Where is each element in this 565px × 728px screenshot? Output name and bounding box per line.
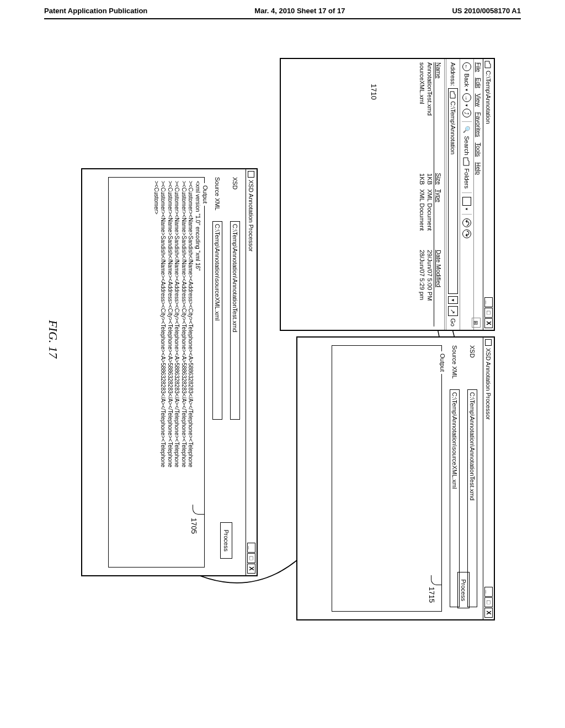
window-buttons: _ □ X — [484, 297, 493, 328]
address-label: Address: — [450, 62, 456, 86]
xsd-label: XSD — [469, 345, 476, 389]
header-rule — [44, 18, 521, 19]
maximize-button[interactable]: □ — [247, 553, 255, 563]
source-xml-value: C:\Temp\Annotation\sourceXML.xml — [451, 392, 458, 489]
address-value: C:\Temp\Annotation — [450, 101, 456, 154]
ref-1710: 1710 — [370, 84, 378, 100]
file-type: XML Document — [427, 189, 433, 250]
search-icon[interactable]: 🔍 — [463, 126, 471, 133]
output-label: Output — [202, 183, 209, 206]
explorer-title: C:\Temp\Annotation — [486, 71, 492, 297]
file-date: 29/Jun/07 5:00 PM — [427, 250, 433, 322]
file-name: AnnotationTest.xmd — [427, 62, 433, 162]
output-box: Output <xml version "1.0" encoding "xml … — [108, 177, 205, 568]
toolbar-separator-2 — [462, 192, 472, 193]
process-button[interactable]: Process — [220, 522, 232, 559]
header-left: Patent Application Publication — [44, 7, 147, 15]
address-bar: Address: C:\Temp\Annotation ▾ ↗ Go — [446, 59, 460, 330]
history-fwd-icon[interactable]: ↷ — [462, 229, 471, 238]
source-xml-row: Source XML C:\Temp\Annotation\sourceXML.… — [212, 177, 222, 568]
file-list-header: Name Size Type Date Modified — [434, 62, 443, 326]
go-icon[interactable]: ↗ — [448, 306, 458, 316]
close-button[interactable]: X — [247, 564, 255, 574]
col-size[interactable]: Size — [435, 162, 442, 189]
source-xml-value: C:\Temp\Annotation\sourceXML.xml — [214, 224, 221, 320]
explorer-menubar: File Edit View Favorites Tools Help — [473, 59, 483, 330]
up-icon[interactable]: ⤴ — [462, 109, 471, 117]
address-input[interactable]: C:\Temp\Annotation — [448, 88, 458, 294]
source-xml-label: Source XML — [451, 345, 458, 389]
minimize-button[interactable]: _ — [484, 587, 493, 597]
go-label[interactable]: Go — [450, 318, 456, 326]
window-buttons: _ □ X — [484, 587, 493, 618]
history-back-icon[interactable]: ↶ — [462, 218, 471, 227]
close-button[interactable]: X — [484, 608, 493, 618]
col-type[interactable]: Type — [435, 189, 442, 250]
app-icon — [486, 339, 492, 346]
col-name[interactable]: Name — [435, 62, 442, 162]
maximize-button[interactable]: □ — [484, 597, 493, 607]
menu-help[interactable]: Help — [475, 162, 482, 175]
maximize-button[interactable]: □ — [484, 308, 493, 318]
menu-view[interactable]: View — [475, 94, 482, 107]
file-row[interactable]: AnnotationTest.xmd 1KB XML Document 29/J… — [426, 62, 434, 326]
xsd-value: C:\Temp\Annotation\AnnotationTest.xmd — [469, 392, 476, 500]
search-label[interactable]: Search — [463, 136, 470, 155]
toolbar-separator — [462, 121, 472, 122]
minimize-button[interactable]: _ — [484, 297, 493, 307]
folders-icon[interactable] — [463, 157, 470, 166]
file-row[interactable]: sourceXML.xml 1KB XML Document 28/Jun/07… — [418, 62, 426, 326]
close-button[interactable]: X — [484, 318, 493, 328]
xsd-label: XSD — [232, 177, 238, 221]
explorer-toolbar: ← Back ▾ → ▾ ⤴ 🔍 Search Folders ▾ ↶ ↷ — [460, 59, 473, 330]
processor-title: XSD Annotation Processor — [486, 348, 492, 587]
back-dropdown-icon[interactable]: ▾ — [465, 89, 470, 91]
processor-titlebar: XSD Annotation Processor _ □ X — [483, 338, 494, 619]
file-date: 28/Jun/07 5:29 pm — [419, 250, 425, 322]
menu-file[interactable]: File — [475, 62, 482, 72]
forward-dropdown-icon[interactable]: ▾ — [465, 104, 470, 106]
file-name: sourceXML.xml — [419, 62, 425, 162]
xsd-row: XSD C:\Temp\Annotation\AnnotationTest.xm… — [230, 177, 240, 568]
processor-titlebar: XSD Annotation Processor _ □ X — [246, 169, 257, 575]
source-xml-input[interactable]: C:\Temp\Annotation\sourceXML.xml — [212, 221, 222, 420]
menu-favorites[interactable]: Favorites — [475, 112, 482, 137]
address-folder-icon — [450, 91, 457, 99]
folder-icon — [486, 61, 492, 68]
col-date[interactable]: Date Modified — [435, 250, 442, 322]
view-mode-button[interactable] — [462, 197, 471, 206]
forward-icon[interactable]: → — [462, 93, 471, 102]
explorer-window: C:\Temp\Annotation _ □ X ⊞ File Edit Vie… — [280, 58, 495, 331]
page-header: Patent Application Publication Mar. 4, 2… — [0, 0, 565, 17]
app-icon — [248, 171, 255, 178]
xsd-input[interactable]: C:\Temp\Annotation\AnnotationTest.xmd — [230, 221, 240, 420]
menu-edit[interactable]: Edit — [475, 78, 482, 88]
processor-body: XSD C:\Temp\Annotation\AnnotationTest.xm… — [326, 338, 483, 619]
address-dropdown-icon[interactable]: ▾ — [448, 296, 458, 304]
menu-tools[interactable]: Tools — [475, 143, 482, 157]
xsd-value: C:\Temp\Annotation\AnnotationTest.xmd — [232, 224, 238, 332]
header-center: Mar. 4, 2010 Sheet 17 of 17 — [254, 7, 345, 15]
file-list: Name Size Type Date Modified AnnotationT… — [417, 59, 445, 330]
file-size: 1KB — [419, 162, 425, 189]
minimize-button[interactable]: _ — [247, 543, 255, 553]
figure-label: FIG. 17 — [46, 320, 60, 358]
source-xml-label: Source XML — [214, 177, 221, 221]
folders-label[interactable]: Folders — [463, 168, 470, 189]
processor-body: XSD C:\Temp\Annotation\AnnotationTest.xm… — [103, 169, 246, 575]
view-dropdown-icon[interactable]: ▾ — [465, 208, 470, 210]
window-buttons: _ □ X — [247, 543, 255, 574]
toolbar-separator-3 — [462, 214, 472, 215]
rotated-figure: C:\Temp\Annotation _ □ X ⊞ File Edit Vie… — [70, 58, 495, 620]
file-size: 1KB — [427, 162, 433, 189]
processor-window-before: XSD Annotation Processor _ □ X XSD C:\Te… — [296, 336, 495, 620]
back-label[interactable]: Back — [463, 73, 470, 87]
process-button[interactable]: Process — [457, 572, 470, 608]
processor-title: XSD Annotation Processor — [248, 180, 255, 543]
header-right: US 2010/0058170 A1 — [452, 7, 521, 15]
output-box: Output — [332, 345, 442, 612]
back-icon[interactable]: ← — [462, 62, 471, 71]
figure-area: C:\Temp\Annotation _ □ X ⊞ File Edit Vie… — [66, 36, 499, 643]
explorer-titlebar: C:\Temp\Annotation _ □ X — [483, 59, 494, 330]
output-text: <xml version "1.0" encoding "xml 16" ><C… — [153, 181, 201, 564]
